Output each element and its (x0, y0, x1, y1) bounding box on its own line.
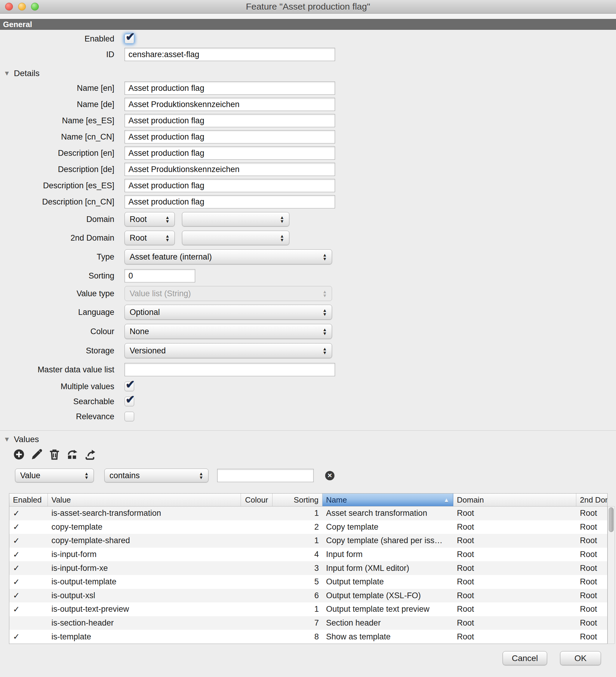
details-fields: Name [en] Name [de] Name [es_ES] Name [c… (0, 82, 616, 209)
col-header-colour[interactable]: Colour (241, 494, 272, 506)
type-select[interactable]: Asset feature (internal) (125, 249, 332, 264)
values-section-header[interactable]: ▼ Values (4, 434, 616, 445)
detail-field-input[interactable] (125, 195, 335, 209)
table-row[interactable]: is-section-header 7 Section header Root … (9, 616, 607, 630)
cell-domain2: Root (576, 630, 607, 644)
id-label: ID (0, 50, 114, 59)
col-header-domain2[interactable]: 2nd Domain (576, 494, 607, 506)
clear-filter-icon[interactable] (325, 471, 335, 480)
values-toolbar (12, 448, 616, 461)
searchable-checkbox[interactable] (125, 397, 134, 406)
add-value-button[interactable] (12, 448, 26, 461)
stepper-arrows-icon (319, 327, 327, 335)
cell-name: Output template (XSL-FO) (322, 589, 453, 603)
col-header-value[interactable]: Value (48, 494, 241, 506)
renumber-values-button[interactable] (65, 448, 79, 461)
domain-sub-select[interactable] (182, 212, 289, 226)
cell-enabled-check (9, 616, 48, 630)
values-disclosure-triangle-icon[interactable]: ▼ (4, 436, 14, 443)
cell-sorting: 1 (272, 506, 322, 520)
details-section-header[interactable]: ▼ Details (4, 68, 616, 79)
col-header-sorting[interactable]: Sorting (272, 494, 322, 506)
detail-field-input[interactable] (125, 163, 335, 176)
detail-field-input[interactable] (125, 114, 335, 127)
cell-domain2: Root (576, 506, 607, 520)
col-header-enabled[interactable]: Enabled (9, 494, 48, 506)
details-section-label: Details (14, 69, 40, 78)
filter-field-select[interactable]: Value (15, 468, 94, 483)
domain-select[interactable]: Root (125, 212, 175, 226)
cell-colour (241, 589, 272, 603)
cell-enabled-check: ✓ (9, 520, 48, 534)
cell-domain: Root (453, 506, 576, 520)
detail-field-input[interactable] (125, 146, 335, 160)
table-scrollbar[interactable] (608, 506, 615, 644)
cell-domain2: Root (576, 561, 607, 575)
domain-select-value: Root (130, 215, 147, 224)
titlebar-gap (0, 13, 616, 19)
master-data-label: Master data value list (0, 365, 114, 374)
language-select-value: Optional (130, 308, 160, 317)
storage-select[interactable]: Versioned (125, 343, 332, 358)
colour-label: Colour (0, 327, 114, 336)
domain2-label: 2nd Domain (0, 233, 114, 243)
detail-field-input[interactable] (125, 98, 335, 111)
col-header-name[interactable]: Name ▲ (322, 494, 453, 506)
table-row[interactable]: ✓ is-input-form-xe 3 Input form (XML edi… (9, 561, 607, 575)
enabled-checkbox[interactable] (125, 34, 134, 44)
type-label: Type (0, 252, 114, 262)
id-field[interactable] (125, 48, 335, 61)
master-data-field[interactable] (125, 363, 335, 376)
table-row[interactable]: ✓ is-input-form 4 Input form Root Root (9, 548, 607, 561)
detail-field-input[interactable] (125, 130, 335, 143)
filter-operator-select[interactable]: contains (104, 468, 209, 483)
domain2-sub-select[interactable] (182, 231, 289, 245)
stepper-arrows-icon (81, 471, 89, 480)
table-row[interactable]: ✓ is-template 8 Show as template Root Ro… (9, 630, 607, 644)
sorting-field[interactable] (125, 269, 195, 282)
general-section-label: General (3, 20, 32, 29)
relevance-checkbox[interactable] (125, 412, 134, 421)
table-row[interactable]: ✓ is-output-text-preview 1 Output templa… (9, 602, 607, 616)
language-select[interactable]: Optional (125, 305, 332, 320)
table-row[interactable]: ✓ is-asset-search-transformation 1 Asset… (9, 506, 607, 520)
delete-icon (48, 448, 61, 461)
export-values-button[interactable] (83, 448, 96, 461)
detail-field-input[interactable] (125, 179, 335, 192)
edit-value-button[interactable] (30, 448, 43, 461)
multiple-values-checkbox[interactable] (125, 382, 134, 391)
values-filter-row: Value contains (15, 468, 616, 483)
cell-name: Section header (322, 616, 453, 630)
cell-domain2: Root (576, 520, 607, 534)
section-divider (0, 431, 616, 431)
details-disclosure-triangle-icon[interactable]: ▼ (4, 70, 14, 77)
cell-enabled-check: ✓ (9, 602, 48, 616)
table-row[interactable]: ✓ copy-template-shared 1 Copy template (… (9, 534, 607, 548)
detail-field-input[interactable] (125, 82, 335, 95)
table-row[interactable]: ✓ is-output-template 5 Output template R… (9, 575, 607, 589)
domain2-select[interactable]: Root (125, 231, 175, 245)
cancel-button[interactable]: Cancel (502, 651, 547, 665)
delete-value-button[interactable] (47, 448, 61, 461)
filter-query-input[interactable] (217, 469, 314, 482)
cell-enabled-check: ✓ (9, 534, 48, 548)
add-icon (13, 448, 25, 461)
cell-value: is-output-text-preview (48, 602, 241, 616)
stepper-arrows-icon (319, 289, 327, 298)
cell-value: copy-template (48, 520, 241, 534)
col-header-domain[interactable]: Domain (453, 494, 576, 506)
ok-button[interactable]: OK (560, 651, 601, 665)
cell-sorting: 7 (272, 616, 322, 630)
colour-select[interactable]: None (125, 324, 332, 339)
cell-enabled-check: ✓ (9, 575, 48, 589)
cell-colour (241, 630, 272, 644)
table-row[interactable]: ✓ copy-template 2 Copy template Root Roo… (9, 520, 607, 534)
cell-domain: Root (453, 575, 576, 589)
table-row[interactable]: ✓ is-output-xsl 6 Output template (XSL-F… (9, 589, 607, 603)
cell-sorting: 1 (272, 602, 322, 616)
searchable-label: Searchable (0, 397, 114, 406)
cell-value: is-template (48, 630, 241, 644)
cell-enabled-check: ✓ (9, 589, 48, 603)
detail-field-label: Name [de] (0, 100, 114, 109)
scrollbar-thumb[interactable] (609, 507, 614, 532)
